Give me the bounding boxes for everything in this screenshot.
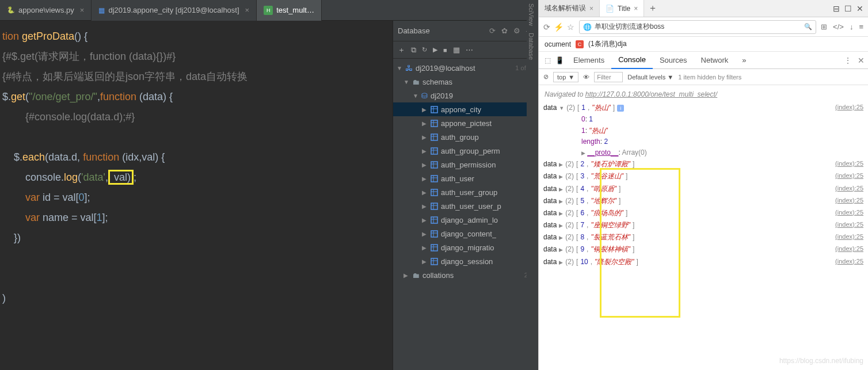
filter-input[interactable]: Filter — [594, 72, 623, 82]
table-node[interactable]: ▶auth_user_group — [393, 185, 538, 199]
svg-rect-33 — [431, 258, 437, 265]
python-icon: 🐍 — [7, 6, 15, 14]
code-editor[interactable]: tion getProData() { {#$.get(请求网址，functio… — [0, 21, 393, 370]
source-link[interactable]: (index):25 — [835, 184, 863, 194]
apps-icon[interactable]: ⊞ — [821, 22, 827, 31]
tab-label: Title — [618, 5, 630, 13]
browser-tab-title[interactable]: 📄 Title × — [600, 0, 644, 17]
svg-rect-12 — [431, 162, 437, 168]
info-icon[interactable]: i — [617, 105, 624, 112]
clear-icon[interactable]: ⊘ — [543, 73, 549, 81]
sciview-tab[interactable]: SciView — [527, 21, 536, 29]
search-icon[interactable]: 🔍 — [804, 23, 812, 30]
tab-more[interactable]: » — [735, 52, 753, 69]
settings-icon[interactable]: ⋮ — [844, 56, 852, 65]
source-link[interactable]: (index):25 — [835, 232, 863, 243]
stop-icon[interactable]: ■ — [443, 47, 447, 54]
table-node[interactable]: ▶auth_group_perm — [393, 144, 538, 158]
source-link[interactable]: (index):25 — [835, 171, 863, 182]
console-row[interactable]: data ▶ (2) [5, "地辉尔"](index):25 — [540, 195, 867, 207]
schema-dj2019[interactable]: ▼⛁ dj2019 — [393, 89, 538, 102]
source-link[interactable]: (index):25 — [835, 244, 863, 255]
table-node[interactable]: ▶django_session — [393, 254, 538, 268]
source-link[interactable]: (index):25 — [835, 159, 863, 170]
new-tab-button[interactable]: ＋ — [644, 0, 661, 17]
console-output[interactable]: Navigated to http://127.0.0.1:8000/one/t… — [539, 85, 868, 370]
close-icon[interactable]: × — [634, 5, 638, 13]
minimize-icon[interactable]: ⊟ — [833, 4, 840, 13]
download-icon[interactable]: ↓ — [850, 22, 854, 31]
context-selector[interactable]: top ▼ — [553, 72, 578, 82]
console-row[interactable]: data ▼ (2) [1, "热山"] i (index):25 — [540, 102, 867, 114]
svg-rect-24 — [431, 217, 437, 223]
table-node[interactable]: ▶django_admin_lo — [393, 213, 538, 227]
url-text: 单职业切割流速秒boss — [595, 22, 664, 32]
sync-icon[interactable]: ⟳ — [489, 26, 496, 35]
table-node[interactable]: ▶auth_user — [393, 171, 538, 185]
close-devtools-icon[interactable]: ✕ — [858, 56, 865, 65]
close-icon[interactable]: × — [589, 5, 593, 13]
table-node[interactable]: ▶django_content_ — [393, 227, 538, 241]
table-node[interactable]: ▶django_migratio — [393, 241, 538, 254]
console-row[interactable]: data ▶ (2) [9, "铜裂林神镇"](index):25 — [540, 243, 867, 255]
maximize-icon[interactable]: ☐ — [844, 4, 852, 13]
add-icon[interactable]: ＋ — [398, 45, 405, 55]
refresh-icon[interactable]: ↻ — [422, 46, 427, 54]
levels-selector[interactable]: Default levels ▼ — [627, 74, 673, 81]
table-node[interactable]: ▶auth_group — [393, 130, 538, 144]
more-icon[interactable]: ⋯ — [466, 45, 473, 54]
tab-network[interactable]: Network — [694, 52, 736, 69]
run-icon[interactable]: ▶ — [433, 46, 437, 54]
schemas-node[interactable]: ▼🖿 schemas 1 — [393, 75, 538, 89]
close-icon[interactable]: × — [245, 6, 250, 14]
gear-icon[interactable]: ⚙ — [513, 26, 520, 35]
inspect-icon[interactable]: ⬚ — [545, 56, 551, 64]
db-panel-title: Database — [398, 26, 430, 35]
bookmark-link[interactable]: (1条消息)dja — [588, 39, 627, 49]
settings-icon[interactable]: ✿ — [501, 26, 508, 35]
console-row[interactable]: data ▶ (2) [8, "裂蓝荒石林"](index):25 — [540, 231, 867, 243]
console-row[interactable]: data ▶ (2) [6, "痕场岛的"](index):25 — [540, 207, 867, 219]
device-icon[interactable]: 📱 — [555, 56, 564, 64]
table-node[interactable]: ▶appone_city — [393, 102, 538, 116]
console-row[interactable]: data ▶ (2) [3, "荒谷迷山"](index):25 — [540, 170, 867, 182]
console-row[interactable]: data ▶ (2) [10, "隆裂尔空殿"](index):25 — [540, 256, 867, 268]
code-icon[interactable]: </> — [833, 22, 844, 31]
tab-elements[interactable]: Elements — [566, 52, 611, 69]
tab-sources[interactable]: Sources — [653, 52, 694, 69]
source-link[interactable]: (index):25 — [835, 102, 863, 113]
close-icon[interactable]: ✕ — [856, 4, 863, 13]
url-input[interactable]: 🌐 单职业切割流速秒boss 🔍 — [579, 20, 816, 34]
table-node[interactable]: ▶auth_user_user_p — [393, 199, 538, 213]
flash-icon[interactable]: ⚡ — [554, 22, 564, 32]
console-row[interactable]: data ▶ (2) [7, "座铜空绿野"](index):25 — [540, 219, 867, 231]
collations-node[interactable]: ▶🖿 collations 271 — [393, 268, 538, 282]
source-link[interactable]: (index):25 — [835, 220, 863, 231]
refresh-icon[interactable]: ⟳ — [543, 22, 550, 32]
source-link[interactable]: (index):25 — [835, 257, 863, 268]
console-row[interactable]: data ▶ (2) [2, "矮石炉谭殿"](index):25 — [540, 158, 867, 170]
table-node[interactable]: ▶appone_pictest — [393, 116, 538, 130]
nav-url[interactable]: http://127.0.0.1:8000/one/test_multi_sel… — [585, 90, 718, 98]
copy-icon[interactable]: ⧉ — [411, 45, 416, 55]
tab-console[interactable]: Console — [611, 52, 653, 69]
db-connection-node[interactable]: ▼🖧 dj2019@localhost 1 of 12 — [393, 61, 538, 75]
address-bar: ⟳ ⚡ ☆ 🌐 单职业切割流速秒boss 🔍 ⊞ </> ↓ ≡ — [539, 17, 868, 37]
star-icon[interactable]: ☆ — [567, 22, 574, 32]
close-icon[interactable]: × — [80, 6, 85, 14]
devtools-tabs: ⬚ 📱 Elements Console Sources Network » ⋮… — [539, 52, 868, 69]
table-node[interactable]: ▶auth_permission — [393, 158, 538, 171]
table-icon[interactable]: ▦ — [453, 45, 460, 54]
database-icon: 🖧 — [405, 64, 413, 73]
console-row[interactable]: data ▶ (2) [4, "哨原盾"](index):25 — [540, 183, 867, 195]
source-link[interactable]: (index):25 — [835, 196, 863, 207]
database-tab[interactable]: Database — [527, 29, 536, 63]
eye-icon[interactable]: 👁 — [583, 74, 589, 81]
tab-views-py[interactable]: 🐍 appone\views.py × — [0, 0, 92, 21]
tab-appone-city[interactable]: ▦ dj2019.appone_city [dj2019@localhost] … — [92, 0, 257, 21]
db-tree[interactable]: ▼🖧 dj2019@localhost 1 of 12 ▼🖿 schemas 1… — [393, 59, 538, 370]
tab-test-multi[interactable]: H test_mult… — [257, 0, 322, 21]
menu-icon[interactable]: ≡ — [859, 22, 863, 31]
source-link[interactable]: (index):25 — [835, 208, 863, 219]
browser-tab-error[interactable]: 域名解析错误 × — [539, 0, 600, 17]
